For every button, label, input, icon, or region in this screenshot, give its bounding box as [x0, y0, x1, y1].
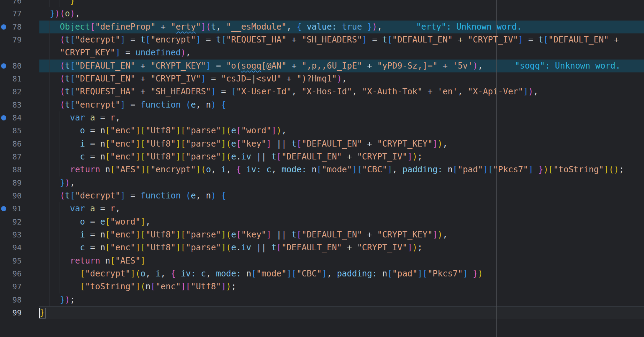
code-token: ]: [130, 269, 135, 279]
line-number[interactable]: 94: [0, 241, 22, 254]
code-line[interactable]: 88 return n["AES"]["encrypt"](o, i, { iv…: [0, 163, 644, 176]
code-line[interactable]: 87 c = n["enc"]["Utf8"]["parse"](e.iv ||…: [0, 150, 644, 163]
code-line[interactable]: 84 var a = r,: [0, 111, 644, 124]
code-line[interactable]: 82 (t["REQUEST_HA" + "SH_HEADERS"] = ["X…: [0, 85, 644, 98]
code-line[interactable]: 80 (t["DEFAULT_EN" + "CRYPT_KEY"] = "o(s…: [0, 60, 644, 72]
code-line[interactable]: 97 ["toString"](n["enc"]["Utf8"]);: [0, 280, 644, 293]
line-number[interactable]: 87: [0, 150, 22, 163]
code-line[interactable]: 93 i = n["enc"]["Utf8"]["parse"](e["key"…: [0, 228, 644, 241]
code-text[interactable]: }: [40, 0, 75, 7]
code-text[interactable]: ["toString"](n["enc"]["Utf8"]);: [40, 280, 236, 293]
code-line[interactable]: 90 (t["decrypt"] = function (e, n) {: [0, 189, 644, 202]
line-number[interactable]: 95: [0, 254, 22, 267]
code-line[interactable]: 79 (t["decrypt"] = t["encrypt"] = t["REQ…: [0, 33, 644, 46]
line-number[interactable]: 99: [0, 306, 22, 319]
code-token: "__esModule": [226, 22, 286, 32]
code-text[interactable]: ["decrypt"](o, i, { iv: c, mode: n["mode…: [40, 267, 483, 280]
line-number[interactable]: 96: [0, 267, 22, 280]
code-line[interactable]: 92 o = e["word"],: [0, 215, 644, 228]
code-text[interactable]: "CRYPT_KEY"] = undefined),: [40, 46, 191, 59]
code-text[interactable]: (t["DEFAULT_EN" + "CRYPT_IV"] = "csJD=|<…: [40, 72, 347, 85]
line-number[interactable]: 86: [0, 138, 22, 150]
code-token: ||: [251, 243, 271, 252]
code-token: "key": [241, 230, 266, 240]
line-number[interactable]: 97: [0, 280, 22, 293]
code-token: (: [186, 100, 191, 110]
code-token: e: [231, 243, 236, 252]
code-text[interactable]: }: [40, 306, 45, 319]
code-line[interactable]: 95 return n["AES"]: [0, 254, 644, 267]
line-number[interactable]: 89: [0, 177, 22, 189]
code-token: ,: [443, 230, 447, 240]
line-number[interactable]: 80: [0, 60, 22, 72]
code-text[interactable]: o = e["word"],: [40, 215, 151, 228]
code-text[interactable]: i = n["enc"]["Utf8"]["parse"](e["key"] |…: [40, 138, 448, 150]
code-line[interactable]: 83 (t["encrypt"] = function (e, n) {: [0, 99, 644, 111]
code-line[interactable]: 86 i = n["enc"]["Utf8"]["parse"](e["key"…: [0, 138, 644, 150]
line-number[interactable]: 83: [0, 99, 22, 111]
code-line[interactable]: 98 });: [0, 293, 644, 306]
code-line[interactable]: "CRYPT_KEY"] = undefined),: [0, 46, 644, 59]
code-token: ): [478, 269, 483, 279]
code-token: ": [196, 22, 201, 32]
code-token: n: [377, 269, 387, 279]
code-text[interactable]: c = n["enc"]["Utf8"]["parse"](e.iv || t[…: [40, 150, 422, 163]
code-line[interactable]: 81 (t["DEFAULT_EN" + "CRYPT_IV"] = "csJD…: [0, 72, 644, 85]
line-number[interactable]: 79: [0, 33, 22, 46]
code-line[interactable]: 77 })(o),: [0, 7, 644, 20]
line-number[interactable]: 77: [0, 7, 22, 20]
code-token: t: [65, 191, 70, 201]
line-number[interactable]: 88: [0, 163, 22, 176]
line-number[interactable]: 82: [0, 85, 22, 98]
line-number[interactable]: 93: [0, 228, 22, 241]
code-token: ]: [176, 126, 181, 135]
line-number[interactable]: 78: [0, 21, 22, 33]
line-number[interactable]: 76: [0, 0, 22, 7]
code-line[interactable]: 94 c = n["enc"]["Utf8"]["parse"](e.iv ||…: [0, 241, 644, 254]
code-text[interactable]: (t["REQUEST_HA" + "SH_HEADERS"] = ["X-Us…: [40, 85, 538, 98]
code-line[interactable]: 76 }: [0, 0, 644, 7]
code-token: "Utf8": [145, 152, 176, 162]
code-text[interactable]: }),: [40, 177, 75, 189]
code-text[interactable]: (t["DEFAULT_EN" + "CRYPT_KEY"] = "o(sogq…: [40, 60, 483, 72]
code-line[interactable]: 85 o = n["enc"]["Utf8"]["parse"](e["word…: [0, 124, 644, 137]
code-token: n: [100, 165, 110, 174]
code-token: t: [292, 230, 297, 240]
code-token: }: [60, 178, 65, 188]
code-text[interactable]: (t["decrypt"] = t["encrypt"] = t["REQUES…: [40, 33, 619, 46]
code-text[interactable]: (t["encrypt"] = function (e, n) {: [40, 99, 226, 111]
code-token: (: [206, 22, 211, 32]
code-text[interactable]: (t["decrypt"] = function (e, n) {: [40, 189, 226, 202]
code-text[interactable]: c = n["enc"]["Utf8"]["parse"](e.iv || t[…: [40, 241, 422, 254]
code-token: return: [70, 256, 100, 266]
code-token: mode:: [282, 165, 307, 174]
code-text[interactable]: i = n["enc"]["Utf8"]["parse"](e["key"] |…: [40, 228, 448, 241]
code-text[interactable]: var a = r,: [40, 111, 120, 124]
code-line[interactable]: 96 ["decrypt"](o, i, { iv: c, mode: n["m…: [0, 267, 644, 280]
code-token: [40, 204, 70, 213]
code-token: "SH_HEADERS": [301, 35, 362, 45]
line-number[interactable]: 84: [0, 111, 22, 124]
line-number[interactable]: 92: [0, 215, 22, 228]
code-text[interactable]: return n["AES"]: [40, 254, 145, 267]
code-line[interactable]: 99}: [0, 306, 644, 319]
line-number[interactable]: 81: [0, 72, 22, 85]
code-token: ,: [271, 165, 282, 174]
code-token: ,: [377, 22, 382, 32]
line-number[interactable]: 90: [0, 189, 22, 202]
code-text[interactable]: var a = r,: [40, 202, 120, 215]
code-line[interactable]: 91 var a = r,: [0, 202, 644, 215]
line-number[interactable]: 91: [0, 202, 22, 215]
code-text[interactable]: })(o),: [40, 7, 80, 20]
code-text[interactable]: o = n["enc"]["Utf8"]["parse"](e["word"])…: [40, 124, 286, 137]
code-line[interactable]: 78 Object["defineProp" + "erty"](t, "__e…: [0, 21, 644, 33]
line-number[interactable]: 85: [0, 124, 22, 137]
code-editor[interactable]: 76 }77 })(o),78 Object["defineProp" + "e…: [0, 0, 644, 337]
code-text[interactable]: return n["AES"]["encrypt"](o, i, { iv: c…: [40, 163, 624, 176]
code-text[interactable]: });: [40, 293, 75, 306]
code-token: ,: [211, 165, 221, 174]
code-token: ]: [221, 230, 226, 240]
code-line[interactable]: 89 }),: [0, 177, 644, 189]
line-number[interactable]: 98: [0, 293, 22, 306]
code-text[interactable]: Object["defineProp" + "erty"](t, "__esMo…: [40, 21, 382, 33]
